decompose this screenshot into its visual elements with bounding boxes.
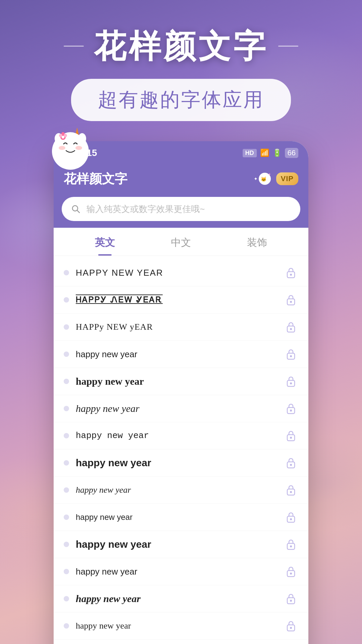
font-list-item[interactable]: happy new year bbox=[54, 640, 308, 644]
item-dot bbox=[64, 460, 69, 466]
subtitle-text: 超有趣的字体应用 bbox=[98, 89, 264, 110]
title-decoration-left bbox=[64, 46, 84, 47]
svg-point-38 bbox=[290, 518, 292, 520]
font-list-item[interactable]: happy new year bbox=[54, 368, 308, 395]
phone-container: 午10:15 HD 📶 🔋 66 花样颜文字 ✦ 🐱 ✦ VIP bbox=[54, 141, 308, 644]
font-list-item[interactable]: happy new year bbox=[54, 558, 308, 585]
search-input[interactable]: 输入纯英文或数字效果更佳哦~ bbox=[86, 203, 205, 215]
phone-frame: 午10:15 HD 📶 🔋 66 花样颜文字 ✦ 🐱 ✦ VIP bbox=[54, 141, 308, 644]
font-preview-text: happy new year bbox=[76, 485, 284, 495]
svg-point-20 bbox=[290, 274, 292, 276]
font-preview-text: happy new year bbox=[76, 403, 284, 414]
font-preview-text: happy new year bbox=[76, 621, 284, 631]
svg-line-18 bbox=[77, 210, 79, 213]
font-preview-text: happy new year bbox=[76, 431, 284, 441]
font-list-item[interactable]: happy new year bbox=[54, 395, 308, 422]
item-dot bbox=[64, 270, 69, 275]
lock-icon[interactable] bbox=[284, 564, 298, 579]
lock-icon[interactable] bbox=[284, 455, 298, 470]
lock-icon[interactable] bbox=[284, 401, 298, 416]
subtitle-pill: 超有趣的字体应用 bbox=[71, 79, 291, 121]
font-preview-text: happy new year bbox=[76, 376, 284, 387]
vip-badge[interactable]: VIP bbox=[276, 172, 298, 185]
svg-point-24 bbox=[290, 328, 292, 330]
font-list-item[interactable]: happy new year bbox=[54, 477, 308, 504]
item-dot bbox=[64, 542, 69, 547]
lock-icon[interactable] bbox=[284, 265, 298, 280]
font-list-item[interactable]: happy new year bbox=[54, 612, 308, 640]
svg-point-30 bbox=[290, 410, 292, 412]
svg-point-46 bbox=[290, 627, 292, 629]
item-dot bbox=[64, 324, 69, 330]
font-list-item[interactable]: happy new year bbox=[54, 531, 308, 558]
item-dot bbox=[64, 487, 69, 493]
font-list-item[interactable]: HAPPY NEW YEAR bbox=[54, 259, 308, 286]
svg-point-34 bbox=[290, 464, 292, 466]
hd-badge: HD bbox=[243, 149, 257, 157]
svg-point-26 bbox=[290, 355, 292, 357]
lock-icon[interactable] bbox=[284, 374, 298, 389]
item-dot bbox=[64, 352, 69, 357]
search-bar[interactable]: 输入纯英文或数字效果更佳哦~ bbox=[62, 197, 300, 221]
header-section: 花样颜文字 超有趣的字体应用 bbox=[0, 0, 362, 121]
status-icons: HD 📶 🔋 66 bbox=[243, 148, 298, 158]
lock-icon[interactable] bbox=[284, 292, 298, 307]
svg-point-28 bbox=[290, 382, 292, 384]
wifi-icon: 🔋 bbox=[273, 149, 282, 157]
cat-sparkle-icon: ✦ 🐱 ✦ bbox=[252, 169, 272, 189]
lock-icon[interactable] bbox=[284, 428, 298, 443]
font-list-item[interactable]: ᎻᎪᏢᏢᎩ ᏁᎬᎳ ᎽᎬᎪᎡ bbox=[54, 286, 308, 314]
font-list-item[interactable]: HAPPy NEW yEAR bbox=[54, 314, 308, 341]
svg-text:🐱: 🐱 bbox=[261, 176, 267, 182]
font-preview-text: happy new year bbox=[76, 513, 284, 522]
header-right: ✦ 🐱 ✦ VIP bbox=[252, 169, 298, 189]
lock-icon[interactable] bbox=[284, 483, 298, 497]
font-preview-text: happy new year bbox=[76, 567, 284, 577]
lock-icon[interactable] bbox=[284, 591, 298, 606]
lock-icon[interactable] bbox=[284, 347, 298, 362]
svg-point-22 bbox=[290, 301, 292, 303]
tab-chinese[interactable]: 中文 bbox=[143, 228, 219, 256]
search-bar-container: 输入纯英文或数字效果更佳哦~ bbox=[54, 197, 308, 228]
item-dot bbox=[64, 569, 69, 574]
svg-point-36 bbox=[290, 491, 292, 493]
signal-icon: 📶 bbox=[260, 149, 269, 157]
font-preview-text: HAPPY NEW YEAR bbox=[76, 268, 284, 278]
svg-point-7 bbox=[75, 146, 82, 150]
item-dot bbox=[64, 596, 69, 601]
font-preview-text: happy new year bbox=[76, 593, 284, 604]
svg-point-44 bbox=[290, 600, 292, 602]
item-dot bbox=[64, 433, 69, 438]
font-list-item[interactable]: happy new year bbox=[54, 585, 308, 612]
font-preview-text: happy new year bbox=[76, 539, 284, 550]
font-preview-text: ᎻᎪᏢᏢᎩ ᏁᎬᎳ ᎽᎬᎪᎡ bbox=[76, 295, 284, 305]
lock-icon[interactable] bbox=[284, 537, 298, 552]
svg-point-42 bbox=[290, 573, 292, 575]
font-list-item[interactable]: happy new year bbox=[54, 504, 308, 531]
svg-text:✦: ✦ bbox=[268, 172, 271, 176]
item-dot bbox=[64, 515, 69, 520]
font-list: HAPPY NEW YEAR ᎻᎪᏢᏢᎩ ᏁᎬᎳ ᎽᎬᎪᎡ HAPPy NEW … bbox=[54, 256, 308, 644]
svg-text:✦: ✦ bbox=[254, 176, 258, 181]
item-dot bbox=[64, 379, 69, 384]
font-list-item[interactable]: happy new year bbox=[54, 449, 308, 477]
svg-point-12 bbox=[62, 136, 64, 139]
font-list-item[interactable]: happy new year bbox=[54, 422, 308, 449]
lock-icon[interactable] bbox=[284, 510, 298, 525]
tab-decoration[interactable]: 装饰 bbox=[219, 228, 295, 256]
item-dot bbox=[64, 406, 69, 411]
font-preview-text: happy new year bbox=[76, 457, 284, 469]
title-decoration-right bbox=[278, 46, 298, 47]
font-preview-text: HAPPy NEW yEAR bbox=[76, 322, 284, 332]
main-title: 花样颜文字 bbox=[94, 27, 268, 65]
lock-icon[interactable] bbox=[284, 619, 298, 633]
item-dot bbox=[64, 623, 69, 629]
font-preview-text: happy new year bbox=[76, 349, 284, 360]
tab-row: 英文 中文 装饰 bbox=[54, 228, 308, 256]
svg-point-40 bbox=[290, 545, 292, 547]
lock-icon[interactable] bbox=[284, 320, 298, 334]
tab-chinese-english[interactable]: 英文 bbox=[67, 228, 143, 256]
svg-point-32 bbox=[290, 437, 292, 439]
font-list-item[interactable]: happy new year bbox=[54, 341, 308, 368]
search-icon bbox=[70, 203, 82, 215]
